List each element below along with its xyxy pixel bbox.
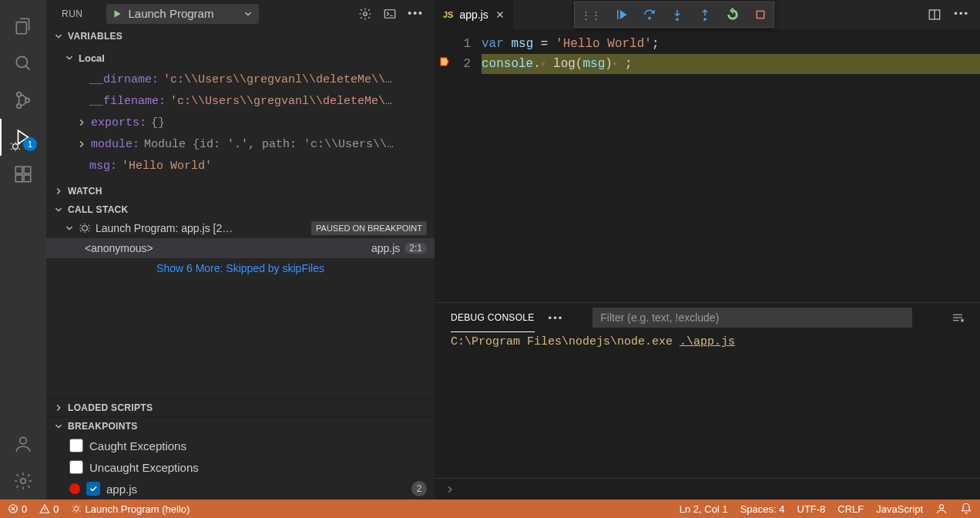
svg-point-4 (13, 144, 18, 150)
section-watch[interactable]: WATCH (46, 181, 435, 200)
more-icon[interactable]: ••• (954, 8, 969, 22)
split-editor-icon[interactable] (928, 8, 941, 22)
status-eol[interactable]: CRLF (837, 503, 864, 515)
callstack-label: CALL STACK (68, 204, 129, 215)
launch-config-name: Launch Program (129, 7, 214, 20)
step-into-icon[interactable] (670, 8, 684, 22)
var-exports[interactable]: exports:{} (46, 112, 435, 133)
bp-file-label: app.js (106, 483, 137, 496)
editor-tabs: JS app.js ⋮⋮ ••• (435, 0, 980, 29)
launch-config-dropdown[interactable]: Launch Program (106, 4, 260, 24)
accounts-icon[interactable] (5, 426, 42, 462)
gear-icon[interactable] (358, 7, 372, 21)
step-out-icon[interactable] (698, 8, 712, 22)
debug-console-panel: DEBUG CONSOLE ••• C:\Program Files\nodej… (435, 302, 980, 500)
run-sidebar: RUN Launch Program ••• VARIABLES (46, 0, 435, 500)
chevron-down-icon (63, 52, 76, 64)
thread-title: Launch Program: app.js [2… (96, 222, 305, 234)
frame-loc: 2:1 (404, 243, 427, 254)
tab-appjs[interactable]: JS app.js (435, 0, 513, 29)
scope-local[interactable]: Local (46, 47, 435, 69)
paused-badge: PAUSED ON BREAKPOINT (311, 221, 427, 235)
callstack-thread[interactable]: Launch Program: app.js [2… PAUSED ON BRE… (46, 218, 435, 238)
status-cursor[interactable]: Ln 2, Col 1 (680, 503, 728, 515)
variables-label: VARIABLES (68, 31, 123, 42)
bp-uncaught[interactable]: Uncaught Exceptions (46, 456, 435, 478)
svg-point-10 (21, 479, 26, 484)
stop-icon[interactable] (753, 8, 767, 22)
debug-console-icon[interactable] (383, 7, 397, 21)
caught-label: Caught Exceptions (89, 439, 186, 452)
section-breakpoints[interactable]: BREAKPOINTS (46, 416, 435, 435)
var-module[interactable]: module:Module {id: '.', path: 'c:\\Users… (46, 133, 435, 155)
status-errors[interactable]: 0 (8, 503, 27, 515)
status-language[interactable]: JavaScript (876, 503, 923, 515)
chevron-down-icon (63, 222, 76, 234)
breakpoint-dot-icon (69, 483, 80, 494)
stack-frame[interactable]: <anonymous> app.js 2:1 (46, 238, 435, 258)
code-line-2: console.● log(msg)● ; (482, 54, 980, 74)
svg-rect-12 (385, 9, 396, 18)
bug-icon (79, 222, 91, 234)
skip-files-link[interactable]: Show 6 More: Skipped by skipFiles (46, 258, 435, 278)
checkbox-unchecked[interactable] (69, 460, 83, 474)
extensions-icon[interactable] (5, 156, 42, 193)
restart-icon[interactable] (726, 8, 740, 22)
status-bar: 0 0 Launch Program (hello) Ln 2, Col 1 S… (0, 500, 980, 518)
svg-rect-18 (757, 11, 764, 18)
close-tab-icon[interactable] (495, 9, 505, 20)
console-link[interactable]: .\app.js (680, 335, 735, 348)
panel-tab-debug-console[interactable]: DEBUG CONSOLE (451, 303, 535, 332)
checkbox-checked[interactable] (86, 482, 100, 496)
more-icon[interactable]: ••• (549, 312, 564, 324)
status-launch[interactable]: Launch Program (hello) (71, 503, 190, 515)
status-encoding[interactable]: UTF-8 (797, 503, 826, 515)
settings-gear-icon[interactable] (5, 462, 42, 500)
source-control-icon[interactable] (5, 82, 42, 119)
section-variables[interactable]: VARIABLES (46, 27, 435, 45)
svg-point-3 (25, 98, 29, 102)
filter-input[interactable] (592, 308, 912, 328)
section-callstack[interactable]: CALL STACK (46, 200, 435, 218)
code-area[interactable]: var msg = 'Hello World'; console.● log(m… (482, 29, 980, 302)
status-spaces[interactable]: Spaces: 4 (740, 503, 785, 515)
chevron-right-icon (52, 185, 65, 197)
continue-icon[interactable] (615, 8, 629, 22)
checkbox-unchecked[interactable] (69, 439, 83, 452)
explorer-icon[interactable] (5, 8, 42, 45)
svg-point-0 (16, 56, 27, 67)
more-icon[interactable]: ••• (408, 7, 424, 21)
feedback-icon[interactable] (935, 503, 948, 515)
svg-point-22 (939, 505, 943, 509)
var-filename[interactable]: __filename:'c:\\Users\\gregvanl\\deleteM… (46, 90, 435, 112)
console-input[interactable] (435, 478, 980, 500)
debug-badge: 1 (23, 137, 37, 151)
grip-icon[interactable]: ⋮⋮ (581, 9, 601, 21)
svg-rect-14 (617, 10, 619, 19)
svg-rect-8 (24, 166, 31, 173)
debug-toolbar[interactable]: ⋮⋮ (574, 2, 774, 28)
svg-point-15 (649, 17, 650, 18)
svg-point-16 (676, 18, 678, 20)
svg-rect-6 (15, 175, 22, 182)
breakpoint-current-icon (438, 56, 451, 68)
run-debug-icon[interactable]: 1 (5, 119, 42, 156)
watch-label: WATCH (68, 186, 102, 197)
line-gutter: 1 2 (435, 29, 482, 302)
clear-console-icon[interactable] (951, 311, 965, 325)
svg-rect-5 (15, 166, 22, 173)
start-debug-icon[interactable] (112, 8, 123, 19)
step-over-icon[interactable] (643, 8, 656, 22)
var-msg[interactable]: msg:'Hello World' (46, 155, 435, 177)
search-icon[interactable] (5, 45, 42, 82)
chevron-right-icon (76, 116, 88, 129)
svg-point-21 (75, 506, 79, 511)
status-warnings[interactable]: 0 (39, 503, 59, 515)
bp-file[interactable]: app.js 2 (46, 478, 435, 500)
section-loaded-scripts[interactable]: LOADED SCRIPTS (46, 398, 435, 416)
notifications-icon[interactable] (960, 503, 972, 515)
bp-caught[interactable]: Caught Exceptions (46, 435, 435, 456)
var-dirname[interactable]: __dirname:'c:\\Users\\gregvanl\\deleteMe… (46, 69, 435, 90)
code-line-1: var msg = 'Hello World'; (482, 34, 980, 54)
svg-point-17 (704, 18, 706, 20)
